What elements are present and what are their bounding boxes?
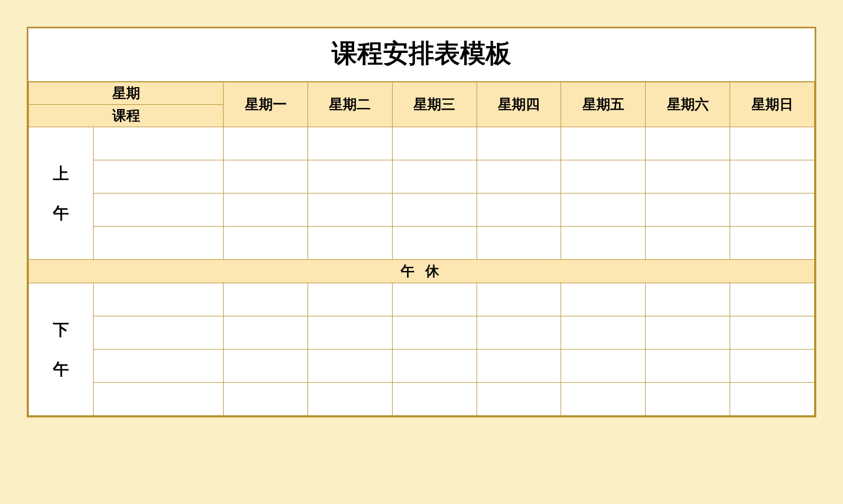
table-row [29, 227, 815, 260]
table-cell [94, 383, 224, 416]
afternoon-label: 下 午 [29, 283, 94, 416]
schedule-container: 课程安排表模板 星期 星期一 星期二 星期三 星期四 星期五 星期六 星期日 课… [27, 27, 816, 417]
table-cell [224, 160, 308, 193]
table-row [29, 160, 815, 193]
table-cell [308, 227, 393, 260]
table-cell [561, 316, 646, 350]
afternoon-char2: 午 [29, 355, 93, 384]
table-cell [224, 316, 308, 350]
table-cell [561, 160, 646, 193]
header-day-sun: 星期日 [730, 82, 815, 127]
table-cell [308, 316, 393, 350]
lunch-break-label: 午 休 [29, 260, 815, 283]
table-cell [94, 160, 224, 193]
schedule-table: 星期 星期一 星期二 星期三 星期四 星期五 星期六 星期日 课程 上 午 [28, 82, 815, 416]
table-cell [308, 383, 393, 416]
header-course-label: 课程 [29, 105, 224, 127]
table-cell [94, 283, 224, 316]
table-row [29, 316, 815, 350]
table-cell [477, 193, 561, 227]
table-cell [392, 127, 477, 160]
table-cell [730, 350, 815, 383]
table-cell [477, 127, 561, 160]
table-cell [561, 350, 646, 383]
table-cell [646, 283, 730, 316]
table-cell [308, 160, 393, 193]
table-cell [477, 316, 561, 350]
table-cell [477, 383, 561, 416]
table-cell [224, 193, 308, 227]
page-title: 课程安排表模板 [28, 28, 815, 82]
table-cell [646, 127, 730, 160]
table-cell [730, 316, 815, 350]
table-row: 上 午 [29, 127, 815, 160]
table-cell [392, 383, 477, 416]
table-row: 下 午 [29, 283, 815, 316]
table-cell [477, 160, 561, 193]
table-cell [646, 227, 730, 260]
table-cell [94, 350, 224, 383]
table-cell [392, 160, 477, 193]
table-cell [308, 283, 393, 316]
table-cell [308, 127, 393, 160]
table-cell [646, 193, 730, 227]
table-cell [561, 127, 646, 160]
header-day-sat: 星期六 [646, 82, 730, 127]
table-cell [224, 383, 308, 416]
table-cell [94, 127, 224, 160]
lunch-break-row: 午 休 [29, 260, 815, 283]
table-cell [730, 160, 815, 193]
table-cell [730, 127, 815, 160]
table-cell [392, 316, 477, 350]
table-cell [646, 160, 730, 193]
table-cell [561, 383, 646, 416]
table-row [29, 193, 815, 227]
header-day-wed: 星期三 [392, 82, 477, 127]
table-cell [94, 316, 224, 350]
table-cell [477, 227, 561, 260]
morning-char2: 午 [29, 199, 93, 228]
table-cell [730, 227, 815, 260]
morning-char1: 上 [29, 159, 93, 188]
table-cell [561, 283, 646, 316]
table-cell [224, 350, 308, 383]
table-cell [730, 193, 815, 227]
afternoon-char1: 下 [29, 315, 93, 344]
table-cell [646, 383, 730, 416]
header-day-tue: 星期二 [308, 82, 393, 127]
table-cell [477, 283, 561, 316]
table-cell [308, 193, 393, 227]
table-cell [646, 350, 730, 383]
table-cell [224, 283, 308, 316]
table-cell [730, 383, 815, 416]
table-cell [561, 193, 646, 227]
header-day-fri: 星期五 [561, 82, 646, 127]
table-cell [730, 283, 815, 316]
table-cell [392, 227, 477, 260]
morning-label: 上 午 [29, 127, 94, 260]
header-day-mon: 星期一 [224, 82, 308, 127]
table-cell [392, 350, 477, 383]
table-cell [477, 350, 561, 383]
table-cell [94, 193, 224, 227]
header-day-thu: 星期四 [477, 82, 561, 127]
table-row [29, 383, 815, 416]
header-row-weekday: 星期 星期一 星期二 星期三 星期四 星期五 星期六 星期日 [29, 82, 815, 105]
table-cell [224, 227, 308, 260]
table-cell [561, 227, 646, 260]
table-cell [392, 193, 477, 227]
table-cell [646, 316, 730, 350]
table-cell [94, 227, 224, 260]
table-cell [392, 283, 477, 316]
header-weekday-label: 星期 [29, 82, 224, 105]
table-row [29, 350, 815, 383]
table-cell [308, 350, 393, 383]
table-cell [224, 127, 308, 160]
